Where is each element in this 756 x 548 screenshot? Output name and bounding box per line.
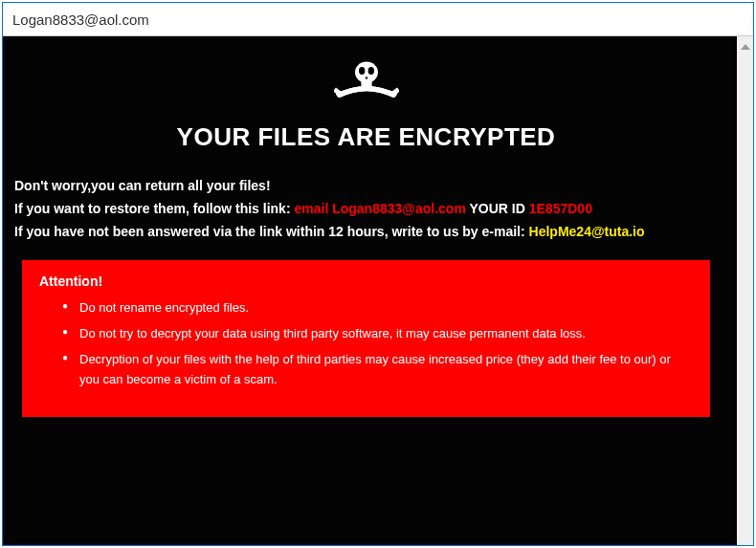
attention-title: Attention! bbox=[39, 274, 693, 289]
line-fallback: If you have not been answered via the li… bbox=[14, 221, 718, 244]
titlebar: Logan8833@aol.com bbox=[3, 3, 753, 36]
line-dont-worry: Don't worry,you can return all your file… bbox=[14, 175, 718, 198]
line-restore: If you want to restore them, follow this… bbox=[14, 198, 718, 221]
email-secondary: HelpMe24@tuta.io bbox=[529, 224, 645, 239]
svg-point-2 bbox=[359, 67, 365, 75]
scroll-up-icon[interactable] bbox=[741, 44, 750, 50]
email-primary: email Logan8833@aol.com bbox=[294, 201, 465, 216]
attention-item: Decryption of your files with the help o… bbox=[62, 350, 693, 390]
yourid-label: YOUR ID bbox=[466, 201, 529, 216]
vertical-scrollbar[interactable] bbox=[737, 36, 753, 545]
window-title: Logan8833@aol.com bbox=[12, 11, 149, 28]
attention-box: Attention! Do not rename encrypted files… bbox=[22, 260, 710, 416]
content-area: YOUR FILES ARE ENCRYPTED Don't worry,you… bbox=[3, 36, 737, 545]
attention-item: Do not rename encrypted files. bbox=[62, 298, 693, 318]
attention-list: Do not rename encrypted files. Do not tr… bbox=[39, 298, 693, 389]
your-id-value: 1E857D00 bbox=[529, 201, 592, 216]
ransom-window: Logan8833@aol.com bbox=[2, 2, 754, 546]
attention-item: Do not try to decrypt your data using th… bbox=[62, 324, 693, 344]
pirate-skull-icon bbox=[14, 54, 718, 115]
svg-rect-1 bbox=[361, 80, 371, 87]
restore-prefix: If you want to restore them, follow this… bbox=[14, 201, 294, 216]
svg-point-3 bbox=[367, 67, 373, 75]
content-wrap: YOUR FILES ARE ENCRYPTED Don't worry,you… bbox=[3, 36, 753, 545]
main-heading: YOUR FILES ARE ENCRYPTED bbox=[14, 122, 718, 152]
message-body: Don't worry,you can return all your file… bbox=[14, 175, 718, 243]
fallback-prefix: If you have not been answered via the li… bbox=[14, 224, 529, 239]
